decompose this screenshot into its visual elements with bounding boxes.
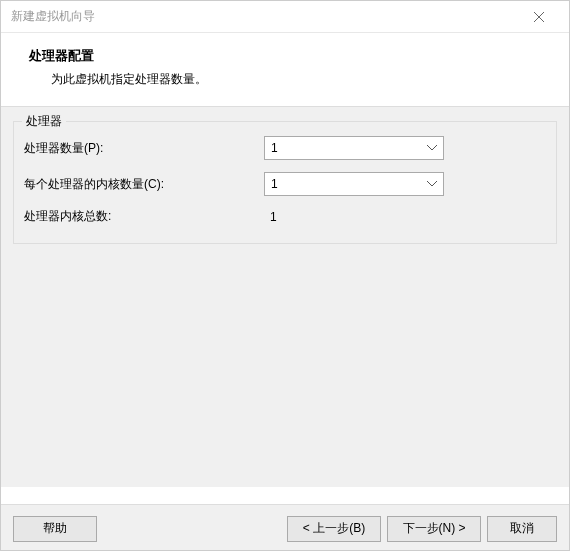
total-label: 处理器内核总数: (24, 208, 264, 225)
processors-value: 1 (271, 141, 278, 155)
close-icon (534, 12, 544, 22)
page-subtitle: 为此虚拟机指定处理器数量。 (29, 71, 541, 88)
cancel-button[interactable]: 取消 (487, 516, 557, 542)
row-cores: 每个处理器的内核数量(C): 1 (24, 172, 546, 196)
processors-label: 处理器数量(P): (24, 140, 264, 157)
wizard-content: 处理器 处理器数量(P): 1 每个处理器的内核数量(C): 1 (1, 107, 569, 487)
window-title: 新建虚拟机向导 (11, 8, 519, 25)
cores-value: 1 (271, 177, 278, 191)
chevron-down-icon (427, 181, 437, 187)
back-button[interactable]: < 上一步(B) (287, 516, 381, 542)
wizard-footer: 帮助 < 上一步(B) 下一步(N) > 取消 (1, 504, 569, 551)
row-processors: 处理器数量(P): 1 (24, 136, 546, 160)
processor-group: 处理器 处理器数量(P): 1 每个处理器的内核数量(C): 1 (13, 121, 557, 244)
cores-select[interactable]: 1 (264, 172, 444, 196)
titlebar: 新建虚拟机向导 (1, 1, 569, 33)
wizard-header: 处理器配置 为此虚拟机指定处理器数量。 (1, 33, 569, 107)
total-value: 1 (264, 210, 277, 224)
row-total: 处理器内核总数: 1 (24, 208, 546, 225)
chevron-down-icon (427, 145, 437, 151)
help-button[interactable]: 帮助 (13, 516, 97, 542)
page-title: 处理器配置 (29, 47, 541, 65)
cores-label: 每个处理器的内核数量(C): (24, 176, 264, 193)
next-button[interactable]: 下一步(N) > (387, 516, 481, 542)
processors-select[interactable]: 1 (264, 136, 444, 160)
close-button[interactable] (519, 1, 559, 33)
group-legend: 处理器 (22, 113, 66, 130)
